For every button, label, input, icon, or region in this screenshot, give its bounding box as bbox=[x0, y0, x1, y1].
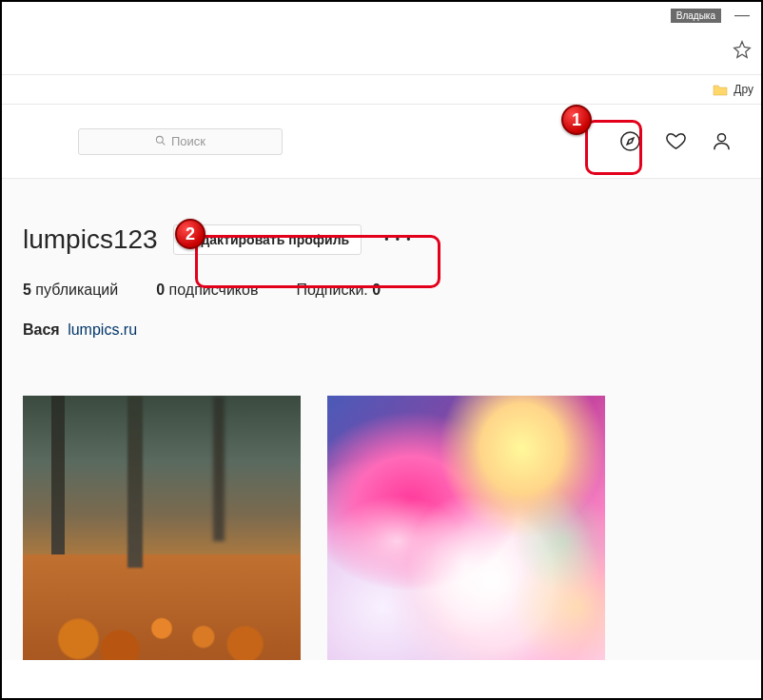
stat-following[interactable]: Подписки: 0 bbox=[296, 282, 381, 299]
profile-username: lumpics123 bbox=[23, 224, 158, 255]
explore-icon[interactable] bbox=[618, 130, 641, 153]
search-input[interactable]: Поиск bbox=[78, 128, 283, 155]
minimize-button[interactable]: — bbox=[733, 6, 752, 25]
window-title-bar: Владыка — bbox=[2, 2, 761, 29]
stat-posts: 5 публикаций bbox=[23, 282, 118, 299]
bookmark-star-icon[interactable] bbox=[733, 40, 752, 63]
svg-point-0 bbox=[156, 136, 163, 143]
stat-followers[interactable]: 0 подписчиков bbox=[156, 282, 258, 299]
user-tag: Владыка bbox=[671, 9, 721, 23]
profile-bio-link[interactable]: lumpics.ru bbox=[68, 321, 137, 338]
post-thumbnail[interactable] bbox=[327, 396, 605, 660]
post-thumbnail[interactable] bbox=[23, 396, 301, 660]
bookmarks-other-label[interactable]: Дру bbox=[734, 83, 753, 96]
heart-icon[interactable] bbox=[664, 130, 687, 153]
profile-display-name: Вася bbox=[23, 321, 60, 338]
browser-toolbar bbox=[2, 29, 761, 75]
app-header: Поиск bbox=[2, 105, 761, 179]
more-options-icon[interactable]: • • • bbox=[384, 233, 412, 246]
svg-point-2 bbox=[620, 132, 638, 150]
user-icon[interactable] bbox=[710, 130, 733, 153]
search-placeholder: Поиск bbox=[171, 134, 205, 148]
folder-icon bbox=[713, 84, 728, 96]
posts-grid bbox=[2, 339, 761, 660]
edit-profile-button[interactable]: Редактировать профиль bbox=[173, 224, 362, 255]
profile-section: lumpics123 Редактировать профиль • • • 5… bbox=[2, 179, 761, 339]
svg-point-3 bbox=[717, 134, 725, 142]
bookmarks-bar: Дру bbox=[2, 75, 761, 105]
search-icon bbox=[155, 134, 166, 148]
svg-line-1 bbox=[163, 143, 166, 146]
